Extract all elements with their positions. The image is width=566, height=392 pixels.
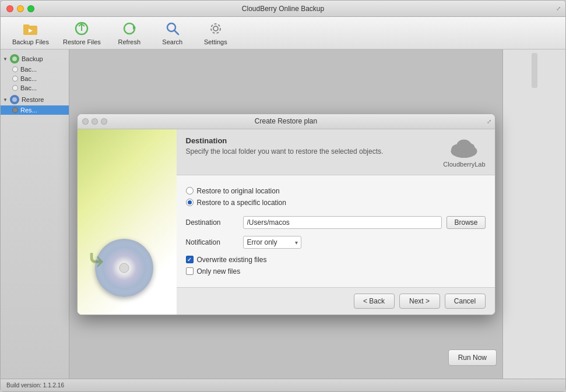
- sidebar-item-res1[interactable]: Res...: [1, 105, 69, 115]
- new-files-checkbox[interactable]: [186, 267, 194, 275]
- cancel-button[interactable]: Cancel: [445, 294, 486, 309]
- res1-label: Res...: [20, 107, 37, 114]
- refresh-label: Refresh: [118, 38, 141, 45]
- restore-files-label: Restore Files: [63, 38, 101, 45]
- radio-group: Restore to original location Restore to …: [186, 187, 486, 207]
- bac2-icon: [12, 76, 18, 82]
- resize-icon: ⤢: [556, 5, 561, 12]
- right-panel: [502, 50, 565, 379]
- toolbar-refresh[interactable]: Refresh: [109, 18, 150, 48]
- new-files-label: Only new files: [197, 267, 241, 276]
- toolbar-backup-files[interactable]: ▶ Backup Files: [6, 18, 55, 48]
- sidebar-header-backup[interactable]: ▼ Backup: [1, 53, 69, 65]
- folder-backup-icon: ▶: [22, 20, 38, 37]
- sidebar-section-backup: ▼ Backup Bac... Bac... Bac...: [1, 53, 69, 93]
- modal-resize-icon: ⤢: [487, 118, 491, 125]
- bac3-icon: [12, 85, 18, 91]
- modal-footer: < Back Next > Cancel: [177, 287, 495, 315]
- notification-row: Notification Error only Always Never: [186, 236, 486, 249]
- sidebar-item-bac1[interactable]: Bac...: [1, 65, 69, 74]
- sidebar: ▼ Backup Bac... Bac... Bac...: [1, 50, 69, 379]
- minimize-button[interactable]: [17, 5, 24, 12]
- notification-select-wrapper: Error only Always Never: [243, 236, 301, 249]
- bac3-label: Bac...: [20, 84, 37, 91]
- svg-point-7: [213, 26, 218, 31]
- search-icon: [164, 20, 181, 37]
- app-window: CloudBerry Online Backup ⤢ ▶ Backup File…: [0, 0, 566, 392]
- destination-header: Destination Specify the local folder you…: [177, 129, 495, 175]
- notification-select[interactable]: Error only Always Never: [243, 236, 301, 249]
- radio-specific-location[interactable]: Restore to a specific location: [186, 199, 486, 207]
- browse-button[interactable]: Browse: [447, 216, 485, 229]
- backup-section-icon: [10, 54, 19, 63]
- bac2-label: Bac...: [20, 75, 37, 82]
- svg-point-10: [12, 97, 17, 102]
- close-button[interactable]: [6, 5, 13, 12]
- refresh-icon: [121, 20, 138, 37]
- app-title: CloudBerry Online Backup: [242, 5, 324, 13]
- svg-point-18: [457, 139, 472, 151]
- destination-row: Destination Browse: [186, 216, 486, 229]
- restore-section-label: Restore: [22, 96, 44, 103]
- content-area: ▼ Backup Bac... Bac... Bac...: [1, 50, 565, 379]
- destination-info: Destination Specify the local folder you…: [186, 136, 384, 156]
- destination-title: Destination: [186, 136, 384, 145]
- modal-maximize-button[interactable]: [101, 118, 107, 125]
- modal-left-panel: ⤷: [78, 129, 177, 315]
- maximize-button[interactable]: [27, 5, 34, 12]
- settings-icon: [208, 20, 224, 37]
- modal-title-bar: Create Restore plan ⤢: [78, 114, 495, 129]
- sidebar-header-restore[interactable]: ▼ Restore: [1, 94, 69, 105]
- svg-point-8: [211, 24, 220, 33]
- overwrite-checkbox-item[interactable]: Overwrite existing files: [186, 256, 486, 264]
- toolbar-search[interactable]: Search: [152, 18, 193, 48]
- svg-line-6: [174, 30, 178, 34]
- radio-specific-circle[interactable]: [186, 199, 194, 206]
- destination-description: Specify the local folder you want to res…: [186, 147, 384, 156]
- triangle-icon: ▼: [3, 56, 8, 62]
- form-area: Restore to original location Restore to …: [177, 175, 495, 287]
- toolbar-settings[interactable]: Settings: [195, 18, 236, 48]
- title-bar: CloudBerry Online Backup ⤢: [1, 1, 565, 17]
- destination-field-label: Destination: [186, 218, 238, 227]
- modal-content-panel: Destination Specify the local folder you…: [177, 129, 495, 315]
- new-files-checkbox-item[interactable]: Only new files: [186, 267, 486, 276]
- radio-original-circle[interactable]: [186, 187, 194, 195]
- modal-dialog: Create Restore plan ⤢ ⤷: [77, 114, 495, 315]
- modal-minimize-button[interactable]: [92, 118, 98, 125]
- res1-icon: [12, 107, 18, 113]
- next-button[interactable]: Next >: [399, 294, 440, 309]
- modal-close-button[interactable]: [82, 118, 89, 125]
- sidebar-item-bac2[interactable]: Bac...: [1, 74, 69, 83]
- destination-input[interactable]: [243, 216, 442, 229]
- modal-title: Create Restore plan: [255, 117, 317, 125]
- bac1-icon: [12, 66, 18, 72]
- bac1-label: Bac...: [20, 66, 37, 73]
- overwrite-label: Overwrite existing files: [197, 256, 267, 264]
- radio-original-location[interactable]: Restore to original location: [186, 187, 486, 195]
- window-controls: [6, 5, 34, 12]
- svg-rect-1: [23, 24, 29, 27]
- cd-arrow-decoration: ⤷: [86, 247, 106, 274]
- main-area: Create Restore plan ⤢ ⤷: [69, 50, 502, 379]
- cloud-icon: [447, 136, 481, 160]
- modal-controls: [82, 118, 107, 125]
- status-bar: Build version: 1.1.2.16: [1, 379, 565, 391]
- toolbar-restore-files[interactable]: Restore Files: [57, 18, 107, 48]
- overwrite-checkbox[interactable]: [186, 256, 194, 263]
- svg-point-9: [12, 56, 17, 61]
- build-version: Build version: 1.1.2.16: [6, 382, 64, 389]
- scroll-indicator: [532, 53, 537, 88]
- cloudberry-lab-text: CloudberryLab: [443, 161, 485, 168]
- svg-text:▶: ▶: [29, 27, 33, 33]
- sidebar-section-restore: ▼ Restore Res...: [1, 94, 69, 115]
- notification-field-label: Notification: [186, 238, 238, 246]
- radio-specific-label: Restore to a specific location: [197, 199, 286, 207]
- restore-section-icon: [10, 95, 19, 104]
- backup-section-label: Backup: [22, 55, 43, 62]
- radio-original-label: Restore to original location: [197, 187, 280, 195]
- backup-files-label: Backup Files: [12, 38, 49, 45]
- sidebar-item-bac3[interactable]: Bac...: [1, 83, 69, 93]
- settings-label: Settings: [204, 38, 227, 45]
- back-button[interactable]: < Back: [354, 294, 395, 309]
